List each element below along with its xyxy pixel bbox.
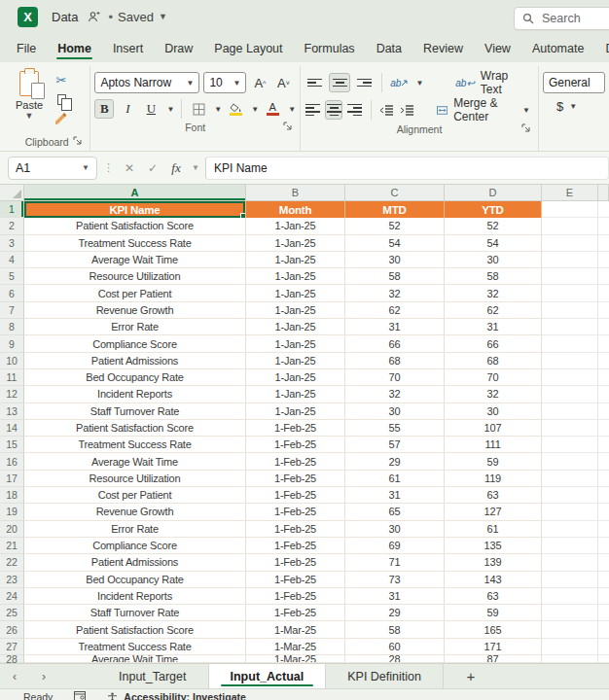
ribbon-tab-home[interactable]: Home bbox=[47, 36, 102, 62]
cell[interactable]: 1-Jan-25 bbox=[246, 302, 345, 319]
cell[interactable] bbox=[542, 218, 598, 234]
center-button[interactable] bbox=[325, 100, 342, 120]
clipboard-dialog-launcher[interactable] bbox=[73, 136, 85, 148]
cell[interactable]: 165 bbox=[445, 621, 542, 638]
row-header-11[interactable]: 11 bbox=[0, 369, 24, 386]
cell[interactable]: Treatment Success Rate bbox=[24, 437, 246, 453]
cell[interactable] bbox=[598, 386, 609, 402]
cell[interactable]: 1-Feb-25 bbox=[246, 437, 345, 453]
cell[interactable]: Cost per Patient bbox=[24, 285, 246, 301]
sheet-tab-kpi-definition[interactable]: KPI Definition bbox=[326, 664, 444, 688]
cell[interactable] bbox=[598, 554, 609, 571]
ribbon-tab-view[interactable]: View bbox=[474, 36, 521, 62]
cell[interactable]: 31 bbox=[345, 319, 445, 335]
cell[interactable]: 111 bbox=[445, 437, 542, 453]
cell[interactable]: 30 bbox=[345, 252, 445, 268]
row-header-21[interactable]: 21 bbox=[0, 538, 24, 554]
cell[interactable]: 1-Jan-25 bbox=[246, 335, 345, 352]
cell[interactable] bbox=[598, 453, 609, 470]
cell[interactable]: Bed Occupancy Rate bbox=[24, 572, 246, 588]
row-header-1[interactable]: 1 bbox=[0, 201, 24, 218]
cell[interactable] bbox=[598, 268, 609, 285]
cell[interactable]: 62 bbox=[445, 302, 542, 319]
cell[interactable] bbox=[598, 605, 609, 621]
cell[interactable] bbox=[598, 302, 609, 319]
cell[interactable] bbox=[598, 369, 609, 386]
search-input[interactable]: Search bbox=[514, 7, 609, 30]
cell[interactable]: 58 bbox=[445, 268, 542, 285]
cell[interactable] bbox=[542, 302, 598, 319]
cell[interactable]: 30 bbox=[345, 521, 445, 538]
cell[interactable] bbox=[542, 471, 598, 487]
cell[interactable]: Incident Reports bbox=[24, 386, 246, 402]
font-size-select[interactable]: 10▼ bbox=[203, 72, 246, 93]
cell[interactable]: 127 bbox=[445, 504, 542, 520]
row-header-9[interactable]: 9 bbox=[0, 335, 24, 352]
cell[interactable] bbox=[598, 521, 609, 538]
italic-button[interactable]: I bbox=[118, 99, 137, 119]
cell[interactable]: 32 bbox=[345, 386, 445, 402]
cell[interactable] bbox=[542, 639, 598, 655]
cell[interactable] bbox=[542, 437, 598, 453]
font-color-button[interactable]: A bbox=[263, 99, 282, 119]
cell[interactable] bbox=[542, 285, 598, 301]
row-header-5[interactable]: 5 bbox=[0, 268, 24, 285]
ribbon-tab-page-layout[interactable]: Page Layout bbox=[203, 36, 293, 62]
cell[interactable]: 54 bbox=[445, 235, 542, 252]
cell[interactable]: MTD bbox=[345, 201, 445, 218]
cell[interactable] bbox=[598, 504, 609, 520]
cell[interactable]: Resource Utilization bbox=[24, 268, 246, 285]
cell[interactable]: Compliance Score bbox=[24, 538, 246, 554]
paste-button[interactable]: Paste ▼ bbox=[8, 68, 51, 121]
fx-chevron-icon[interactable]: ▼ bbox=[190, 163, 201, 172]
cell[interactable]: YTD bbox=[445, 201, 542, 218]
row-header-15[interactable]: 15 bbox=[0, 437, 24, 453]
cell[interactable] bbox=[542, 655, 598, 663]
cell[interactable]: 29 bbox=[345, 605, 445, 621]
cell[interactable] bbox=[542, 386, 598, 402]
cell[interactable]: 1-Feb-25 bbox=[246, 471, 345, 487]
cell[interactable] bbox=[598, 319, 609, 335]
column-header-a[interactable]: A bbox=[24, 185, 246, 200]
cell[interactable]: 29 bbox=[345, 453, 445, 470]
cell[interactable]: 1-Jan-25 bbox=[246, 218, 345, 234]
cell[interactable] bbox=[542, 319, 598, 335]
cell[interactable]: 59 bbox=[445, 605, 542, 621]
cell[interactable]: Staff Turnover Rate bbox=[24, 605, 246, 621]
row-header-20[interactable]: 20 bbox=[0, 521, 24, 538]
row-header-27[interactable]: 27 bbox=[0, 639, 24, 655]
sheet-tab-input-target[interactable]: Input_Target bbox=[97, 664, 209, 688]
grow-font-button[interactable]: A^ bbox=[250, 73, 269, 92]
enter-check-icon[interactable]: ✓ bbox=[143, 161, 162, 175]
ribbon-tab-review[interactable]: Review bbox=[412, 36, 474, 62]
cell[interactable] bbox=[542, 369, 598, 386]
cell[interactable]: Bed Occupancy Rate bbox=[24, 369, 246, 386]
row-header-2[interactable]: 2 bbox=[0, 218, 24, 234]
currency-format-button[interactable]: $ bbox=[556, 99, 563, 114]
cell[interactable]: 1-Feb-25 bbox=[246, 487, 345, 504]
cell[interactable]: Patient Admissions bbox=[24, 353, 246, 369]
cell[interactable] bbox=[598, 655, 609, 663]
format-painter-button[interactable] bbox=[53, 111, 70, 126]
cell[interactable]: 32 bbox=[345, 285, 445, 301]
column-header-b[interactable]: B bbox=[246, 185, 345, 200]
save-status[interactable]: • Saved ▼ bbox=[108, 10, 166, 24]
cell[interactable] bbox=[598, 588, 609, 605]
cell[interactable]: 28 bbox=[345, 655, 445, 663]
cell[interactable] bbox=[598, 639, 609, 655]
sheet-tab-input-actual[interactable]: Input_Actual bbox=[209, 664, 327, 688]
cell[interactable]: 63 bbox=[445, 487, 542, 504]
cell[interactable]: 1-Feb-25 bbox=[246, 538, 345, 554]
cell[interactable] bbox=[542, 621, 598, 638]
row-header-10[interactable]: 10 bbox=[0, 353, 24, 369]
cell[interactable]: Incident Reports bbox=[24, 588, 246, 605]
row-header-13[interactable]: 13 bbox=[0, 403, 24, 420]
fill-color-button[interactable] bbox=[226, 99, 245, 119]
cell[interactable]: Patient Satisfaction Score bbox=[24, 218, 246, 234]
ribbon-tab-insert[interactable]: Insert bbox=[102, 36, 154, 62]
cell[interactable]: Patient Satisfaction Score bbox=[24, 420, 246, 437]
cell[interactable]: 1-Feb-25 bbox=[246, 504, 345, 520]
sheet-nav-right-icon[interactable]: › bbox=[29, 664, 58, 688]
cell[interactable]: Cost per Patient bbox=[24, 487, 246, 504]
cell[interactable]: Revenue Growth bbox=[24, 302, 246, 319]
